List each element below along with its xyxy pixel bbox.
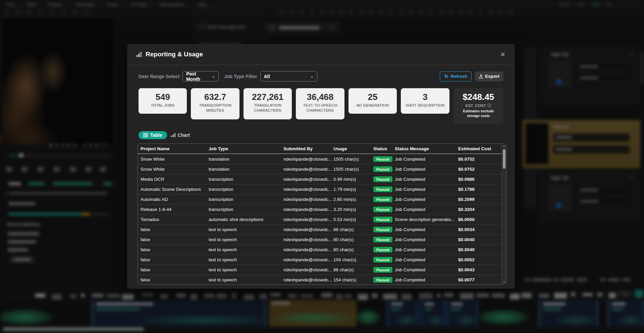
- bar-chart-icon: [137, 52, 143, 57]
- chevron-down-icon: ⌄: [311, 74, 314, 78]
- scroll-down-icon[interactable]: ▼: [502, 281, 506, 284]
- table-toggle-label: Table: [150, 132, 162, 138]
- cell-status-message: Job Completed: [395, 197, 458, 202]
- job-type-select[interactable]: All ⌄: [260, 71, 317, 81]
- cell-project-name: Automatic Scene Descriptions: [141, 187, 209, 192]
- table-row[interactable]: false text to speech ndeshpande@closedc.…: [138, 275, 501, 284]
- cell-estimated-cost: $0.0752: [458, 157, 501, 162]
- scroll-up-icon[interactable]: ▲: [502, 145, 506, 148]
- cell-project-name: false: [141, 247, 209, 252]
- stat-label: AD GENERATION: [348, 103, 397, 108]
- table-scrollbar[interactable]: ▲ ▼: [501, 144, 506, 284]
- date-range-select[interactable]: Past Month ⌄: [182, 71, 219, 81]
- cell-submitted-by: ndeshpande@closedc...: [283, 207, 333, 212]
- status-badge: Passed: [373, 197, 392, 202]
- refresh-button[interactable]: ↻ Refresh: [440, 71, 472, 81]
- cell-estimated-cost: $0.0052: [458, 257, 501, 262]
- cell-estimated-cost: $0.0752: [458, 167, 501, 172]
- stat-note: Estimates exclude storage costs: [453, 109, 503, 118]
- cell-status: Passed: [373, 217, 395, 222]
- cell-status: Passed: [373, 227, 395, 232]
- status-badge: Passed: [373, 217, 392, 222]
- cell-status-message: Job Completed: [395, 237, 458, 242]
- cell-job-type: text to speech: [209, 267, 283, 272]
- cell-usage: 1505 char(s): [333, 167, 373, 172]
- export-label: Export: [485, 74, 499, 79]
- cell-status: Passed: [373, 186, 395, 192]
- table-row[interactable]: Release 1-8-44 transcription ndeshpande@…: [138, 205, 501, 215]
- stat-label: SHOT DESCRIPTION: [401, 103, 449, 108]
- cell-project-name: false: [141, 227, 209, 232]
- cell-job-type: automatic shot descriptions: [209, 217, 283, 222]
- table-row[interactable]: false text to speech ndeshpande@closedc.…: [138, 265, 501, 275]
- status-badge: Passed: [373, 156, 392, 162]
- table-row[interactable]: false text to speech ndeshpande@closedc.…: [138, 255, 501, 265]
- cell-project-name: Media OCR: [141, 177, 209, 182]
- cell-estimated-cost: $0.0043: [458, 267, 501, 272]
- cell-usage: 86 char(s): [333, 267, 373, 272]
- column-header-project-name: Project Name: [141, 146, 209, 151]
- cell-usage: 104 char(s): [333, 257, 373, 262]
- cell-status-message: Scene description generatio...: [395, 217, 458, 222]
- cell-job-type: transcription: [209, 197, 283, 202]
- stat-value: 549: [139, 92, 187, 102]
- table-row[interactable]: Automatic AD transcription ndeshpande@cl…: [138, 195, 501, 205]
- stat-label: EST. COSTⓘ: [453, 103, 503, 109]
- table-row[interactable]: Snow White translation ndeshpande@closed…: [138, 154, 501, 164]
- cell-project-name: false: [141, 237, 209, 242]
- status-badge: Passed: [373, 267, 392, 273]
- close-icon[interactable]: ✕: [500, 51, 505, 58]
- info-icon[interactable]: ⓘ: [487, 103, 491, 108]
- cell-job-type: text to speech: [209, 237, 283, 242]
- stat-value: 25: [348, 92, 397, 102]
- cell-status-message: Job Completed: [395, 267, 458, 272]
- stat-card-est-cost: $248.45 EST. COSTⓘ Estimates exclude sto…: [453, 88, 503, 124]
- reporting-usage-modal: Reporting & Usage ✕ Date Range Select Pa…: [127, 44, 515, 289]
- cell-usage: 80 char(s): [333, 237, 373, 242]
- filter-row: Date Range Select Past Month ⌄ Job Type …: [139, 71, 503, 81]
- table-row[interactable]: Automatic Scene Descriptions transcripti…: [138, 184, 501, 195]
- cell-project-name: false: [141, 257, 209, 262]
- column-header-usage: Usage: [333, 146, 373, 151]
- table-row[interactable]: false text to speech ndeshpande@closedc.…: [138, 225, 501, 235]
- cell-status: Passed: [373, 166, 395, 172]
- cell-submitted-by: ndeshpande@closedc...: [283, 167, 333, 172]
- table-row[interactable]: Media OCR transcription ndeshpande@close…: [138, 174, 501, 184]
- stat-card-transcription-minutes: 632.7 TRANSCRIPTION MINUTES: [191, 88, 239, 119]
- stat-value: 36,468: [296, 92, 344, 102]
- cell-job-type: translation: [209, 157, 283, 162]
- cell-status-message: Job Completed: [395, 187, 458, 192]
- chevron-down-icon: ⌄: [212, 74, 215, 78]
- chart-view-button[interactable]: Chart: [171, 132, 190, 138]
- cell-job-type: text to speech: [209, 277, 283, 282]
- cell-status: Passed: [373, 156, 395, 162]
- cell-status: Passed: [373, 197, 395, 202]
- export-button[interactable]: Export: [475, 71, 503, 81]
- cell-submitted-by: ndeshpande@closedc...: [283, 247, 333, 252]
- cell-estimated-cost: $0.2599: [458, 197, 501, 202]
- download-icon: [479, 74, 483, 78]
- cell-submitted-by: ndeshpande@closedc...: [283, 187, 333, 192]
- job-type-label: Job Type Filter: [224, 74, 257, 79]
- cell-project-name: Tornados: [141, 217, 209, 222]
- table-view-button[interactable]: Table: [139, 131, 167, 139]
- table-row[interactable]: Snow White translation ndeshpande@closed…: [138, 164, 501, 174]
- status-badge: Passed: [373, 237, 392, 242]
- cell-submitted-by: ndeshpande@closedc...: [283, 237, 333, 242]
- cell-job-type: transcription: [209, 187, 283, 192]
- table-row[interactable]: false text to speech ndeshpande@closedc.…: [138, 245, 501, 255]
- table-row[interactable]: Tornados automatic shot descriptions nde…: [138, 215, 501, 225]
- cell-estimated-cost: $0.0077: [458, 277, 501, 282]
- cell-usage: 3.20 min(s): [333, 207, 373, 212]
- cell-status-message: Job Completed: [395, 257, 458, 262]
- status-badge: Passed: [373, 277, 392, 283]
- cell-submitted-by: ndeshpande@closedc...: [283, 227, 333, 232]
- cell-project-name: Snow White: [141, 157, 209, 162]
- cell-status: Passed: [373, 257, 395, 263]
- table-row[interactable]: false text to speech ndeshpande@closedc.…: [138, 235, 501, 245]
- scrollbar-thumb[interactable]: [503, 149, 505, 169]
- column-header-status-message: Status Message: [395, 146, 458, 151]
- cell-submitted-by: ndeshpande@closedc...: [283, 277, 333, 282]
- cell-job-type: text to speech: [209, 257, 283, 262]
- stats-row: 549 TOTAL JOBS 632.7 TRANSCRIPTION MINUT…: [139, 88, 503, 124]
